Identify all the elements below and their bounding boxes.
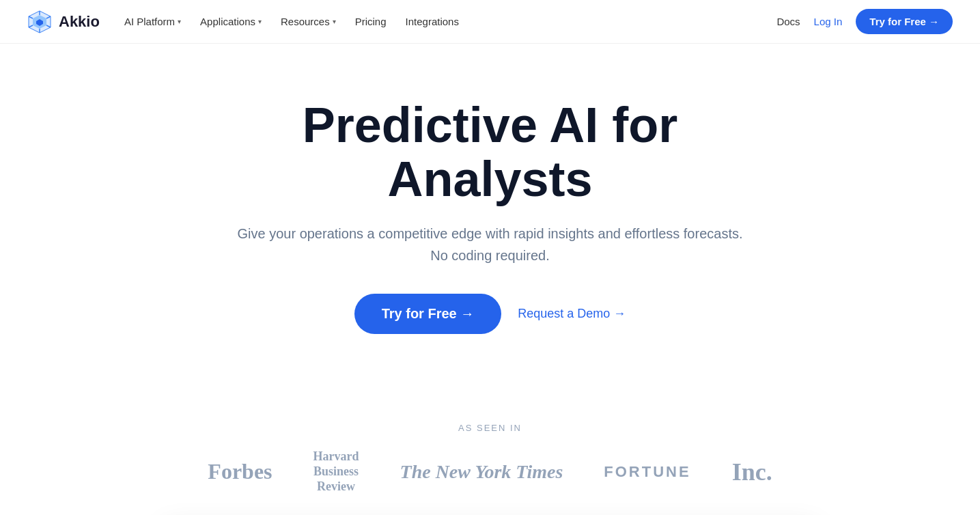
nav-item-integrations[interactable]: Integrations [406,16,459,27]
press-label: AS SEEN IN [27,423,953,433]
hero-buttons: Try for Free → Request a Demo → [210,294,770,334]
navbar-left: Akkio AI Platform ▾ Applications ▾ Resou… [27,10,459,34]
hero-subtitle: Give your operations a competitive edge … [210,223,770,266]
press-section: AS SEEN IN Forbes HarvardBusinessReview … [0,423,980,515]
nav-item-platform-label: AI Platform [124,16,175,27]
press-logo-inc: Inc. [732,458,772,486]
press-logo-fortune: FORTUNE [604,463,690,481]
docs-link[interactable]: Docs [776,16,800,27]
hero-cta-button[interactable]: Try for Free → [354,294,502,334]
logo-text: Akkio [59,13,100,31]
chevron-down-icon: ▾ [333,18,336,25]
nav-cta-button[interactable]: Try for Free → [856,9,953,34]
nav-item-platform[interactable]: AI Platform ▾ [124,16,181,27]
logo-icon [27,10,52,34]
navbar-right: Docs Log In Try for Free → [776,9,953,34]
nav-item-pricing-label: Pricing [355,16,387,27]
hero-subtitle-line1: Give your operations a competitive edge … [237,226,742,241]
nav-item-pricing[interactable]: Pricing [355,16,387,27]
nav-item-applications-label: Applications [200,16,255,27]
press-logo-hbr: HarvardBusinessReview [313,449,359,494]
hero-title: Predictive AI for Analysts [210,98,770,206]
nav-item-integrations-label: Integrations [406,16,459,27]
press-logo-forbes: Forbes [208,459,272,484]
hero-section: Predictive AI for Analysts Give your ope… [183,44,798,423]
chevron-down-icon: ▾ [178,18,181,25]
request-demo-link[interactable]: Request a Demo → [518,307,626,321]
hero-subtitle-line2: No coding required. [430,248,550,263]
chevron-down-icon: ▾ [258,18,262,25]
nav-item-resources-label: Resources [281,16,330,27]
navbar: Akkio AI Platform ▾ Applications ▾ Resou… [0,0,980,44]
press-logo-nyt: The New York Times [400,461,563,483]
nav-item-resources[interactable]: Resources ▾ [281,16,336,27]
nav-links: AI Platform ▾ Applications ▾ Resources ▾… [124,16,459,27]
logo[interactable]: Akkio [27,10,100,34]
nav-item-applications[interactable]: Applications ▾ [200,16,262,27]
press-logos: Forbes HarvardBusinessReview The New Yor… [27,449,953,494]
login-link[interactable]: Log In [814,16,843,27]
